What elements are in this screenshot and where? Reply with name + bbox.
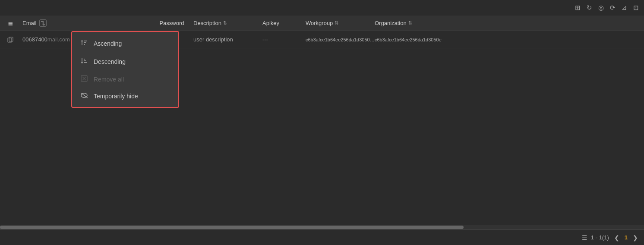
description-col-header: Description ⇅: [193, 20, 262, 26]
organization-sort-icon: ⇅: [408, 20, 412, 26]
copy-row-button[interactable]: [0, 37, 21, 43]
workgroup-col-label: Workgroup: [306, 20, 333, 26]
row-workgroup-value: c6b3afce1b64ee256da1d3050eaf785d_org: [306, 37, 375, 42]
row-organization-value: c6b3afce1b64ee256da1d3050e: [375, 37, 442, 42]
search-col-header: ≣: [0, 19, 21, 27]
row-apikey-cell: ---: [262, 36, 306, 43]
workgroup-col-header: Workgroup ⇅: [306, 20, 375, 26]
menu-remove-all-label: Remove all: [94, 76, 124, 83]
row-workgroup-cell: c6b3afce1b64ee256da1d3050eaf785d_org: [306, 37, 375, 42]
toolbar: ⊞ ↻ ◎ ⟳ ⊿ ⊡: [570, 0, 644, 16]
menu-temporarily-hide-label: Temporarily hide: [94, 93, 138, 100]
sync-icon[interactable]: ↻: [587, 4, 592, 12]
email-col-header: Email ⇅: [21, 19, 150, 27]
organization-col-header: Organization ⇅: [375, 20, 644, 26]
password-col-label: Password: [159, 20, 184, 26]
row-email-value: 00687400: [22, 36, 47, 43]
row-description-cell: user description: [193, 36, 262, 43]
row-apikey-value: ---: [262, 36, 268, 43]
sort-dropdown-menu: Ascending Descending Remove all: [71, 31, 179, 108]
row-description-value: user description: [193, 36, 233, 43]
menu-ascending-label: Ascending: [94, 40, 122, 47]
horizontal-scrollbar[interactable]: [0, 225, 644, 229]
pagination-range: 1 - 1(1): [591, 234, 609, 241]
apikey-col-label: Apikey: [262, 20, 279, 26]
menu-item-descending[interactable]: Descending: [72, 53, 178, 71]
email-sort-button[interactable]: ⇅: [39, 19, 47, 27]
filter-icon[interactable]: ⊿: [622, 4, 627, 12]
export-icon[interactable]: ⊞: [575, 4, 581, 12]
alert-icon[interactable]: ◎: [598, 4, 604, 12]
organization-col-label: Organization: [375, 20, 407, 26]
pagination: ☰ 1 - 1(1) ❮ 1 ❯: [582, 233, 640, 242]
table-header: ≣ Email ⇅ Password Description ⇅ Apikey …: [0, 16, 644, 31]
refresh-icon[interactable]: ⟳: [610, 4, 616, 12]
prev-page-button[interactable]: ❮: [612, 233, 621, 242]
sort-desc-icon: [80, 57, 88, 66]
menu-item-temporarily-hide[interactable]: Temporarily hide: [72, 88, 178, 104]
next-page-button[interactable]: ❯: [631, 233, 640, 242]
password-col-header: Password: [150, 20, 193, 26]
svg-line-14: [81, 93, 88, 98]
current-page: 1: [625, 234, 628, 241]
bottom-bar: ☰ 1 - 1(1) ❮ 1 ❯: [0, 229, 644, 245]
filter-rows-icon[interactable]: ≣: [8, 19, 13, 27]
description-sort-icon: ⇅: [223, 20, 227, 26]
hide-icon: [80, 92, 88, 100]
menu-descending-label: Descending: [94, 58, 126, 65]
apikey-col-header: Apikey: [262, 20, 306, 26]
columns-icon[interactable]: ⊡: [633, 4, 639, 12]
list-icon: ☰: [582, 234, 587, 241]
row-organization-cell: c6b3afce1b64ee256da1d3050e: [375, 37, 644, 42]
scrollbar-thumb[interactable]: [0, 226, 464, 229]
description-col-label: Description: [193, 20, 221, 26]
remove-icon: [80, 75, 88, 84]
sort-asc-icon: [80, 39, 88, 48]
workgroup-sort-icon: ⇅: [335, 20, 338, 26]
menu-item-remove-all: Remove all: [72, 71, 178, 88]
menu-item-ascending[interactable]: Ascending: [72, 35, 178, 53]
email-col-label: Email: [22, 20, 37, 26]
